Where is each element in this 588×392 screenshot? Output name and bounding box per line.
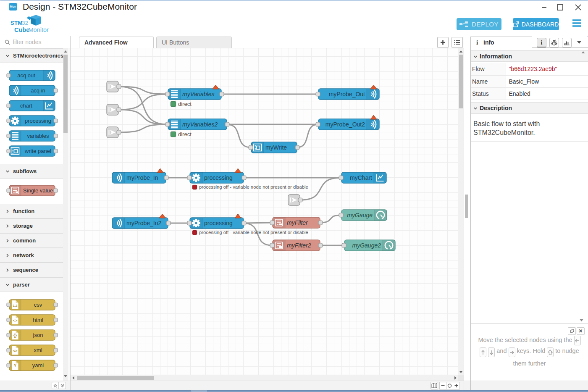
svg-text:direct: direct bbox=[178, 101, 192, 107]
svg-text:myProbe_In: myProbe_In bbox=[126, 174, 158, 181]
svg-text:processing: processing bbox=[204, 220, 233, 226]
svg-text:myVariables2: myVariables2 bbox=[182, 121, 218, 128]
svg-text:variables: variables bbox=[27, 133, 49, 139]
svg-text:myProbe_Out2: myProbe_Out2 bbox=[326, 121, 365, 128]
svg-text:myGauge: myGauge bbox=[347, 212, 373, 218]
svg-text:STM: STM bbox=[10, 20, 23, 26]
svg-text:Monitor: Monitor bbox=[29, 26, 49, 33]
svg-text:processing off - variable node: processing off - variable node not prese… bbox=[199, 184, 308, 189]
svg-text:html: html bbox=[33, 317, 43, 323]
svg-text:myProbe_In2: myProbe_In2 bbox=[126, 220, 161, 226]
svg-text:myFilter: myFilter bbox=[287, 219, 308, 226]
svg-text:myVariables: myVariables bbox=[182, 91, 215, 97]
svg-text:<>: <> bbox=[13, 349, 18, 353]
svg-text:Cube: Cube bbox=[14, 26, 29, 33]
svg-text:json: json bbox=[33, 332, 43, 338]
svg-text:write panel: write panel bbox=[24, 148, 51, 154]
svg-text:xml: xml bbox=[34, 347, 42, 353]
svg-text:myWrite: myWrite bbox=[265, 144, 287, 151]
svg-text:myChart: myChart bbox=[350, 174, 372, 181]
svg-text:processing: processing bbox=[25, 118, 51, 124]
svg-text:Single value: Single value bbox=[23, 187, 53, 194]
svg-text:yaml: yaml bbox=[32, 362, 44, 368]
svg-text:<>: <> bbox=[13, 318, 18, 323]
svg-text:myProbe_Out: myProbe_Out bbox=[329, 91, 365, 97]
svg-text:chart: chart bbox=[20, 103, 32, 109]
svg-text:processing off - variable node: processing off - variable node not prese… bbox=[199, 230, 308, 235]
svg-text:32: 32 bbox=[22, 20, 28, 26]
svg-text:acq out: acq out bbox=[17, 72, 35, 79]
svg-text:Y: Y bbox=[14, 363, 17, 368]
svg-text:{}: {} bbox=[13, 333, 17, 338]
svg-text:myFilter2: myFilter2 bbox=[287, 242, 311, 249]
svg-text:direct: direct bbox=[178, 131, 192, 137]
svg-text:processing: processing bbox=[204, 174, 233, 181]
svg-text:acq in: acq in bbox=[31, 87, 45, 94]
svg-text:1,2: 1,2 bbox=[13, 304, 18, 308]
svg-text:myGauge2: myGauge2 bbox=[352, 242, 381, 249]
svg-text:csv: csv bbox=[34, 302, 42, 308]
